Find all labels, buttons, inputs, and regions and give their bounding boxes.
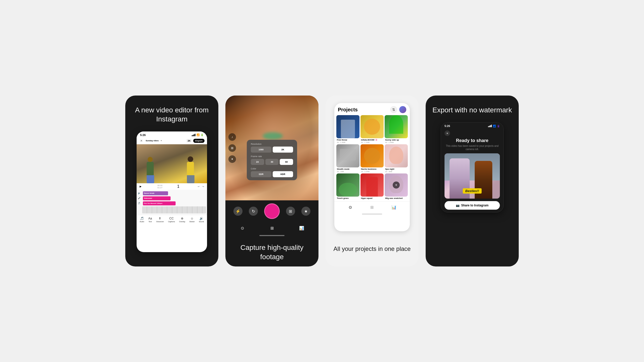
thumb-nacho[interactable] xyxy=(360,144,384,167)
eye-shadow xyxy=(263,132,283,140)
sticker-icon: ☺ xyxy=(190,217,193,220)
close-button[interactable]: ✕ xyxy=(139,139,144,143)
person2-head xyxy=(188,156,193,162)
toolbar-right: 2K Export xyxy=(186,139,205,143)
export-close-button[interactable]: ✕ xyxy=(445,130,450,136)
share-to-instagram-button[interactable]: 📷 Share to Instagram xyxy=(445,201,500,210)
status-bar-1: 5:26 📶 🔋 xyxy=(137,131,207,138)
project-meta-sunny: 4d · 2.5MB xyxy=(385,142,408,143)
resolution-label: Resolution xyxy=(251,143,293,145)
color-hdr[interactable]: HDR xyxy=(273,171,293,177)
hat-graphic xyxy=(389,115,403,134)
battery-icon: 🔋 xyxy=(200,133,204,136)
resolution-2k[interactable]: 2K xyxy=(273,147,293,153)
framerate-60[interactable]: 60 xyxy=(280,159,293,165)
editor-toolbar: ✕ Sunday vibes ▾ 2K Export xyxy=(137,138,207,144)
card3-caption: All your projects in one place xyxy=(329,231,416,266)
project-free-throw: Free throw 4d · 2.3MB xyxy=(336,115,359,143)
project-meta-spa: 2d · 3MB xyxy=(385,171,408,172)
sort-button[interactable]: ⇅ xyxy=(390,106,397,113)
instagram-icon: 📷 xyxy=(456,204,460,207)
tool-text[interactable]: Aa Text xyxy=(148,217,152,222)
project-touch-grass: Touch grass xyxy=(336,173,359,200)
add-project-button[interactable]: + xyxy=(393,182,400,189)
thumb-stealth[interactable] xyxy=(336,144,359,167)
thumb-sunny[interactable] xyxy=(385,115,408,138)
gallery-button[interactable]: ⊞ xyxy=(286,207,295,216)
framerate-30[interactable]: 30 xyxy=(265,159,279,165)
voiceover-icon: 🎙 xyxy=(158,217,162,220)
thumb-touch-grass[interactable] xyxy=(336,173,359,197)
flash-button[interactable]: ⚡ xyxy=(233,207,243,216)
person2-pants xyxy=(187,175,194,183)
project-name-nacho: Nacho business xyxy=(360,168,384,170)
ready-title: Ready to share xyxy=(445,138,500,143)
tool-overlay[interactable]: ⊕ Overlay xyxy=(179,217,185,222)
clip-voiceover[interactable]: Voiceover xyxy=(143,196,171,200)
resolution-1080[interactable]: 1080 xyxy=(251,147,271,153)
project-spa: Spa night 2d · 3MB xyxy=(385,144,408,172)
redo-button[interactable]: ↪ xyxy=(202,185,205,188)
color-sdr[interactable]: SDR xyxy=(251,171,271,177)
thumb-free-throw[interactable] xyxy=(336,115,359,138)
framerate-options: 24 30 60 xyxy=(251,159,293,165)
grid-side-btn[interactable]: ⊞ xyxy=(228,144,236,152)
home-indicator xyxy=(259,235,285,236)
clip-music[interactable]: Flux Vox Maxwell 126bpm xyxy=(143,201,176,205)
tool-sticker[interactable]: ☺ Sticker xyxy=(189,217,195,222)
time-counter: 00:00 01:27 xyxy=(157,184,163,189)
undo-button[interactable]: ↩ xyxy=(197,185,200,188)
toolbar-left: ✕ Sunday vibes ▾ xyxy=(139,139,162,143)
tool-sound[interactable]: 🔊 Sound xyxy=(199,217,204,222)
flip-button[interactable]: ↻ xyxy=(249,207,258,216)
card-export: Export with no watermark 5:26 📶 🔋 ✕ xyxy=(426,96,519,266)
user-avatar[interactable] xyxy=(399,106,406,113)
effects-side-btn[interactable]: ✦ xyxy=(228,155,236,163)
card2-caption: Capture high-quality footage xyxy=(225,238,318,266)
music-side-btn[interactable]: ♪ xyxy=(228,133,236,141)
projects-bottom-nav: ⊙ ⊞ 📊 xyxy=(334,201,410,213)
text-icon: Aa xyxy=(148,217,152,220)
color-options: SDR HDR xyxy=(251,171,293,177)
resolution-badge[interactable]: 2K xyxy=(186,139,192,143)
time-display: 5:26 xyxy=(140,133,146,137)
thumb-inflata[interactable] xyxy=(360,115,384,138)
hype-person-graphic xyxy=(366,177,378,197)
track-2: 🎤 Voiceover xyxy=(137,196,207,201)
play-controls: ▶ 00:00 01:27 1 ↩ ↪ xyxy=(137,183,207,190)
nav-grid[interactable]: ⊞ xyxy=(268,224,276,232)
project-name-sunny: Sunny side up xyxy=(385,139,408,141)
p-nav-camera[interactable]: ⊙ xyxy=(347,204,354,211)
play-button[interactable]: ▶ xyxy=(139,185,143,189)
project-name-stealth: Stealth mode xyxy=(336,168,359,170)
video-inner xyxy=(137,144,207,183)
thumb-spa[interactable] xyxy=(385,144,408,167)
p-nav-chart[interactable]: 📊 xyxy=(390,204,397,211)
export-button[interactable]: Export xyxy=(193,139,205,143)
card1-title: A new video editor from Instagram xyxy=(130,106,213,124)
effects-button[interactable]: ★ xyxy=(301,207,310,216)
export-status-bar: 5:26 📶 🔋 xyxy=(441,122,503,128)
nav-chart[interactable]: 📊 xyxy=(298,224,306,232)
card4-title: Export with no watermark xyxy=(432,106,512,115)
tool-voiceover[interactable]: 🎙 Voiceover xyxy=(156,217,164,222)
overlay-icon: ⊕ xyxy=(181,217,183,220)
audio-icon: 🎵 xyxy=(140,217,144,220)
tool-audio[interactable]: 🎵 Audio xyxy=(140,217,144,222)
card-video-editor: A new video editor from Instagram 5:26 📶… xyxy=(125,96,218,266)
projects-title: Projects xyxy=(338,107,358,113)
speaker-icon: 🔊 xyxy=(138,192,141,195)
shutter-button[interactable] xyxy=(264,203,280,219)
track-1: 🔊 Dance break xyxy=(137,191,207,196)
p-nav-grid[interactable]: ⊞ xyxy=(369,204,376,211)
thumb-hype-squad[interactable] xyxy=(360,173,384,197)
framerate-24[interactable]: 24 xyxy=(251,159,264,165)
clip-dance-break[interactable]: Dance break xyxy=(143,191,168,195)
thumb-wig[interactable]: + xyxy=(385,173,408,197)
projects-header: Projects ⇅ xyxy=(334,103,410,115)
tool-captions[interactable]: CC Captions xyxy=(168,217,175,222)
project-sunny: Sunny side up 4d · 2.5MB xyxy=(385,115,408,143)
preview-image: Besties!! xyxy=(445,153,500,199)
grass-graphic xyxy=(339,183,357,197)
nav-camera[interactable]: ⊙ xyxy=(238,224,246,232)
